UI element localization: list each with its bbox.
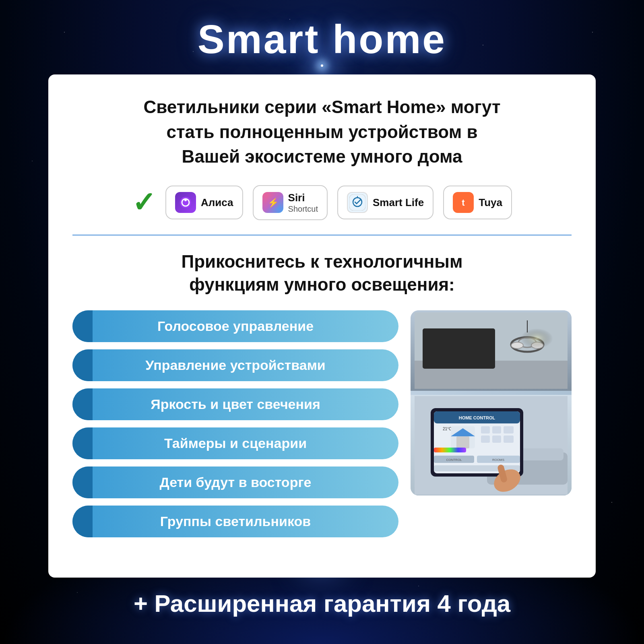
siri-icon: ⚡ [262, 192, 283, 213]
content-card: Светильники серии «Smart Home» могут ста… [48, 74, 596, 578]
siri-sublabel: Shortcut [288, 204, 318, 214]
feature-item-1: Голосовое управление [72, 310, 398, 342]
desc-line1: Светильники серии «Smart Home» могут [72, 95, 572, 120]
photo-area: HOME CONTROL 21°C [411, 310, 572, 495]
smartlife-text: Smart Life [373, 196, 424, 209]
siri-label: Siri [288, 192, 318, 204]
svg-text:⚡: ⚡ [267, 197, 279, 208]
smartlife-label: Smart Life [373, 196, 424, 209]
feature-item-6: Группы светильников [72, 506, 398, 537]
svg-point-2 [184, 199, 187, 201]
feature-item-2: Управление устройствами [72, 349, 398, 381]
header-section: Smart home [0, 0, 644, 74]
svg-text:t: t [462, 198, 465, 208]
features-title: Прикоснитесь к технологичным функциям ум… [72, 250, 572, 296]
smartlife-icon [347, 192, 368, 213]
siri-text: Siri Shortcut [288, 192, 318, 214]
features-title-line2: функциям умного освещения: [72, 273, 572, 296]
feature-item-4: Таймеры и сценарии [72, 427, 398, 459]
svg-text:21°C: 21°C [443, 427, 452, 431]
lamp-photo [411, 310, 572, 391]
alice-label: Алиса [201, 196, 233, 209]
alice-icon [175, 192, 196, 213]
checkmark-icon: ✓ [132, 188, 156, 217]
features-section: Голосовое управление Управление устройст… [72, 310, 572, 537]
app-badge-siri: ⚡ Siri Shortcut [253, 185, 328, 220]
svg-text:CONTROL: CONTROL [446, 458, 462, 462]
apps-row: ✓ Алиса [72, 185, 572, 220]
description-text: Светильники серии «Smart Home» могут ста… [72, 95, 572, 169]
svg-rect-31 [504, 426, 514, 433]
svg-rect-30 [492, 426, 501, 433]
svg-text:HOME CONTROL: HOME CONTROL [459, 415, 495, 420]
main-title: Smart home [198, 16, 446, 62]
section-divider [72, 235, 572, 235]
app-badge-smartlife: Smart Life [337, 186, 433, 219]
svg-rect-34 [504, 436, 514, 443]
svg-rect-11 [423, 328, 495, 369]
desc-line2: стать полноценным устройством в [72, 120, 572, 144]
svg-rect-32 [481, 436, 490, 443]
svg-rect-29 [481, 426, 490, 433]
svg-rect-35 [434, 448, 466, 452]
svg-point-17 [491, 322, 555, 363]
tuya-icon: t [453, 192, 474, 213]
svg-text:ROOMS: ROOMS [492, 458, 504, 462]
app-badge-alice: Алиса [165, 186, 243, 219]
desc-line3: Вашей экосистеме умного дома [72, 144, 572, 169]
tuya-label: Tuya [479, 196, 502, 209]
svg-rect-28 [456, 436, 469, 448]
features-list: Голосовое управление Управление устройст… [72, 310, 398, 537]
bottom-section: + Расширенная гарантия 4 года [0, 578, 644, 625]
feature-item-5: Дети будут в восторге [72, 466, 398, 498]
tablet-photo: HOME CONTROL 21°C [411, 395, 572, 495]
app-badge-tuya: t Tuya [443, 186, 512, 219]
svg-rect-33 [492, 436, 501, 443]
warranty-text: + Расширенная гарантия 4 года [134, 590, 510, 617]
features-title-line1: Прикоснитесь к технологичным [72, 250, 572, 273]
feature-item-3: Яркость и цвет свечения [72, 388, 398, 420]
